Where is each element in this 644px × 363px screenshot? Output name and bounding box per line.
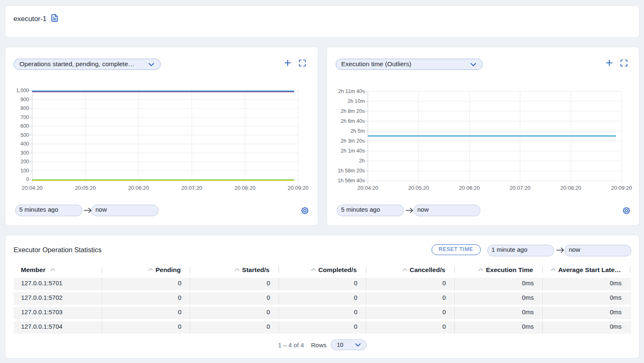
svg-text:20:04:20: 20:04:20 bbox=[21, 185, 43, 191]
svg-text:2h 10m: 2h 10m bbox=[348, 98, 365, 104]
svg-text:100: 100 bbox=[20, 168, 29, 174]
svg-text:1,000: 1,000 bbox=[16, 88, 29, 93]
svg-text:20:06:20: 20:06:20 bbox=[459, 185, 480, 191]
svg-text:900: 900 bbox=[20, 97, 29, 103]
svg-text:200: 200 bbox=[20, 159, 29, 165]
svg-text:2h 1m 40s: 2h 1m 40s bbox=[341, 148, 365, 154]
svg-text:20:07:20: 20:07:20 bbox=[181, 185, 202, 191]
svg-text:500: 500 bbox=[20, 132, 29, 138]
svg-text:2h 8m 20s: 2h 8m 20s bbox=[341, 108, 365, 114]
svg-text:2h: 2h bbox=[359, 158, 365, 164]
svg-text:2h 6m 40s: 2h 6m 40s bbox=[341, 118, 365, 124]
svg-text:20:05:20: 20:05:20 bbox=[408, 185, 429, 191]
svg-text:2h 5m: 2h 5m bbox=[351, 128, 365, 134]
svg-text:800: 800 bbox=[20, 105, 29, 111]
svg-text:400: 400 bbox=[20, 141, 29, 147]
svg-text:20:07:20: 20:07:20 bbox=[510, 185, 531, 191]
svg-text:1h 58m 20s: 1h 58m 20s bbox=[338, 168, 365, 174]
svg-text:0: 0 bbox=[26, 177, 29, 182]
svg-text:20:08:20: 20:08:20 bbox=[234, 185, 255, 191]
svg-text:20:08:20: 20:08:20 bbox=[561, 185, 582, 191]
svg-text:700: 700 bbox=[20, 115, 29, 120]
svg-text:2h 3m 20s: 2h 3m 20s bbox=[341, 138, 365, 144]
svg-text:20:04:20: 20:04:20 bbox=[358, 185, 379, 191]
svg-text:20:05:20: 20:05:20 bbox=[75, 185, 96, 191]
svg-text:600: 600 bbox=[20, 123, 29, 129]
svg-text:20:06:20: 20:06:20 bbox=[128, 185, 149, 191]
svg-text:2h 11m 40s: 2h 11m 40s bbox=[338, 88, 365, 94]
svg-text:20:09:20: 20:09:20 bbox=[287, 185, 308, 191]
svg-text:300: 300 bbox=[20, 150, 29, 156]
svg-text:20:09:20: 20:09:20 bbox=[611, 185, 632, 191]
svg-text:1h 56m 40s: 1h 56m 40s bbox=[338, 178, 365, 184]
